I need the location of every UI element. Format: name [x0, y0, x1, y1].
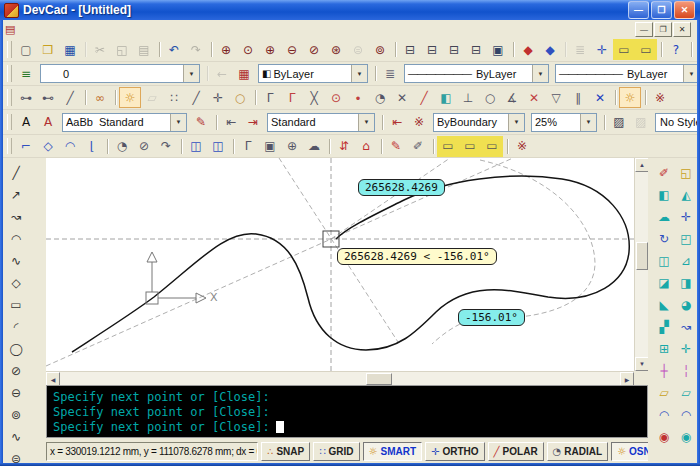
rectangle-icon[interactable]: ▭: [5, 294, 27, 315]
dim-style-combo[interactable]: Standard ▼: [267, 113, 375, 132]
mirror-vertical-icon[interactable]: ◭: [675, 184, 697, 205]
dim-ordinate-icon[interactable]: ⌊: [81, 136, 103, 157]
snap-angle-icon[interactable]: ∡: [501, 87, 523, 108]
offset-icon[interactable]: ☁: [653, 206, 675, 227]
dim-edit-icon[interactable]: ⇵: [333, 136, 355, 157]
toggle-ortho[interactable]: ✛ORTHO: [425, 442, 485, 461]
undo-icon[interactable]: ↶: [163, 39, 185, 60]
horizontal-scroll-thumb[interactable]: [366, 373, 392, 385]
save-icon[interactable]: ▦: [59, 39, 81, 60]
polygon-icon[interactable]: ◇: [5, 272, 27, 293]
move-icon[interactable]: ✛: [675, 206, 697, 227]
snap-x-icon[interactable]: ✕: [523, 87, 545, 108]
text-style-icon[interactable]: A: [15, 112, 37, 133]
dim-style-red-icon[interactable]: ⇥: [242, 112, 264, 133]
snap-nearest-icon[interactable]: ╱: [59, 87, 81, 108]
join-icon[interactable]: ▱: [653, 382, 675, 403]
leader-icon[interactable]: Γ: [237, 136, 259, 157]
toggle-grid[interactable]: ∷GRID: [313, 442, 359, 461]
scroll-up-icon[interactable]: ▲: [635, 158, 649, 172]
linetype-combo[interactable]: ——————— ByLayer ▼: [404, 64, 549, 83]
vertical-scrollbar[interactable]: ▲ ▼: [634, 158, 648, 371]
hatch-edit-icon[interactable]: ▨: [630, 112, 652, 133]
arc-3pt-icon[interactable]: ◜: [5, 316, 27, 337]
dim-style-icon[interactable]: ⇤: [220, 112, 242, 133]
minimize-button[interactable]: —: [628, 1, 649, 19]
dim-style-edit-icon[interactable]: ⇤: [386, 112, 408, 133]
array-icon[interactable]: ⊞: [653, 338, 675, 359]
mirror-icon[interactable]: ◧: [653, 184, 675, 205]
snap-tangent-icon[interactable]: ○: [229, 87, 251, 108]
align-icon[interactable]: ✛: [675, 338, 697, 359]
snap-point-icon[interactable]: ∙: [347, 87, 369, 108]
region-union-icon[interactable]: ◉: [653, 426, 675, 447]
open-icon[interactable]: ❒: [37, 39, 59, 60]
snap-corner2-icon[interactable]: Γ: [281, 87, 303, 108]
copy-icon[interactable]: ◱: [111, 39, 133, 60]
dim-home-icon[interactable]: ⌂: [355, 136, 377, 157]
revcloud-icon[interactable]: ☁: [303, 136, 325, 157]
dim-window-icon[interactable]: ◫: [185, 136, 207, 157]
snap-node-icon[interactable]: ✛: [207, 87, 229, 108]
line-2pt-icon[interactable]: ↗: [5, 184, 27, 205]
command-window[interactable]: Specify next point or [Close]: Specify n…: [46, 385, 648, 438]
snap-center-icon[interactable]: ⊙: [325, 87, 347, 108]
copy-object-icon[interactable]: ◱: [675, 162, 697, 183]
chevron-down-icon[interactable]: ▼: [358, 114, 374, 131]
chevron-down-icon[interactable]: ▼: [508, 114, 524, 131]
toggle-polar[interactable]: ╱POLAR: [488, 442, 544, 461]
drawing-canvas[interactable]: X 265628.4269 265628.4269 < -156.01° -15…: [46, 158, 648, 385]
point-coords-icon[interactable]: ✛: [591, 39, 613, 60]
dim-aligned-icon[interactable]: ◇: [37, 136, 59, 157]
snap-quadrant-icon[interactable]: ◔: [369, 87, 391, 108]
close-button[interactable]: ✕: [674, 1, 695, 19]
lineweight-combo[interactable]: ——————— ByLayer ▼: [555, 64, 700, 83]
dim-angular-icon[interactable]: ◔: [111, 136, 133, 157]
stretch-icon[interactable]: ◫: [653, 250, 675, 271]
snap-midpoint-icon[interactable]: ⊷: [37, 87, 59, 108]
text-style-combo[interactable]: AaBb Standard ▼: [62, 113, 187, 132]
toolbar-grip[interactable]: [7, 114, 12, 131]
tolerance-icon[interactable]: ▣: [259, 136, 281, 157]
chevron-down-icon[interactable]: ▼: [183, 65, 199, 82]
text-style-red-icon[interactable]: A: [37, 112, 59, 133]
rotate-icon[interactable]: ↻: [653, 228, 675, 249]
snap-corner-icon[interactable]: Γ: [259, 87, 281, 108]
line-icon[interactable]: ╱: [5, 162, 27, 183]
print-batch-icon[interactable]: ⊟: [465, 39, 487, 60]
scale-icon[interactable]: ◰: [675, 228, 697, 249]
dim-measure2-icon[interactable]: ▭: [459, 136, 481, 157]
arc-icon[interactable]: ◠: [5, 228, 27, 249]
linetype-manager-icon[interactable]: ≣: [379, 63, 401, 84]
hatch-style-icon[interactable]: ▨: [608, 112, 630, 133]
zoom-in-icon[interactable]: ⊕: [259, 39, 281, 60]
circle-3pt-icon[interactable]: ⊚: [5, 404, 27, 425]
snap-parallel-icon[interactable]: ∥: [567, 87, 589, 108]
scroll-left-icon[interactable]: ◀: [46, 372, 60, 386]
new-icon[interactable]: ▢: [15, 39, 37, 60]
zoom-all-icon[interactable]: ⊛: [325, 39, 347, 60]
restore-button[interactable]: ❐: [651, 1, 672, 19]
palette-icon[interactable]: ▦: [233, 63, 255, 84]
break-point-icon[interactable]: ┼: [653, 360, 675, 381]
scroll-right-icon[interactable]: ▶: [620, 372, 634, 386]
chamfer-icon[interactable]: ◣: [653, 294, 675, 315]
layers-state-icon[interactable]: ≣: [569, 39, 591, 60]
layer-combo[interactable]: 0 ▼: [40, 64, 200, 83]
grid-snap-icon[interactable]: ∷: [163, 87, 185, 108]
color-combo[interactable]: ◧ ByLayer ▼: [258, 64, 368, 83]
zoom-dynamic-icon[interactable]: ⊙: [237, 39, 259, 60]
toggle-radial[interactable]: ◔RADIAL: [547, 442, 609, 461]
toggle-snap[interactable]: ∴SNAP: [261, 442, 310, 461]
erase-icon[interactable]: ✐: [653, 162, 675, 183]
wizard-icon[interactable]: ※: [649, 87, 671, 108]
toggle-smart[interactable]: ☼SMART: [363, 442, 423, 461]
cut-icon[interactable]: ✂: [89, 39, 111, 60]
blend-curve-icon[interactable]: ◠: [675, 404, 697, 425]
toolbar-grip[interactable]: [7, 41, 12, 57]
paste-icon[interactable]: ▤: [133, 39, 155, 60]
layers-manager-icon[interactable]: ≡: [15, 63, 37, 84]
zoom-scale-icon[interactable]: ⊜: [347, 39, 369, 60]
snap-settings-icon[interactable]: ☼: [619, 87, 641, 108]
smart-snap-icon[interactable]: ☼: [119, 87, 141, 108]
